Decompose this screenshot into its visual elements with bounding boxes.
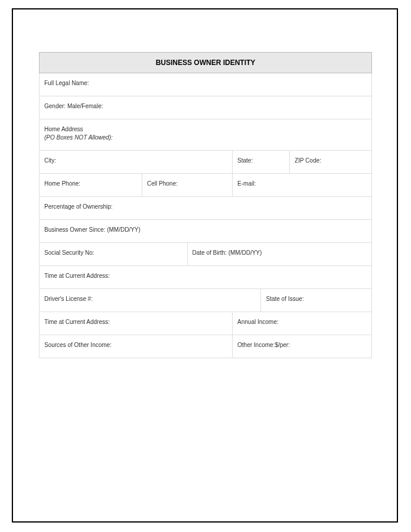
state-of-issue-field: State of Issue: bbox=[261, 289, 372, 312]
gender-field: Gender: Male/Female: bbox=[40, 96, 372, 119]
time-at-current-address-field-2: Time at Current Address: bbox=[40, 312, 233, 335]
drivers-license-field: Driver's License #: bbox=[40, 289, 261, 312]
zip-field: ZIP Code: bbox=[289, 151, 371, 174]
state-field: State: bbox=[233, 151, 290, 174]
business-owner-since-field: Business Owner Since: (MM/DD/YY) bbox=[40, 220, 372, 243]
form-title: BUSINESS OWNER IDENTITY bbox=[40, 53, 372, 73]
home-phone-field: Home Phone: bbox=[40, 174, 142, 197]
city-field: City: bbox=[40, 151, 233, 174]
email-field: E-mail: bbox=[233, 174, 372, 197]
percentage-ownership-field: Percentage of Ownership: bbox=[40, 197, 372, 220]
annual-income-field: Annual Income: bbox=[233, 312, 372, 335]
home-address-label: Home Address bbox=[44, 126, 83, 132]
time-at-current-address-field-1: Time at Current Address: bbox=[40, 266, 372, 289]
home-address-note: (PO Boxes NOT Allowed): bbox=[44, 134, 113, 141]
dob-field: Date of Birth: (MM/DD/YY) bbox=[187, 243, 371, 266]
business-owner-identity-form: BUSINESS OWNER IDENTITY Full Legal Name:… bbox=[39, 52, 372, 358]
other-income-field: Other Income:$/per: bbox=[233, 335, 372, 358]
home-address-field: Home Address (PO Boxes NOT Allowed): bbox=[40, 119, 372, 151]
ssn-field: Social Security No: bbox=[40, 243, 188, 266]
full-legal-name-field: Full Legal Name: bbox=[40, 73, 372, 96]
sources-other-income-field: Sources of Other Income: bbox=[40, 335, 233, 358]
cell-phone-field: Cell Phone: bbox=[142, 174, 233, 197]
